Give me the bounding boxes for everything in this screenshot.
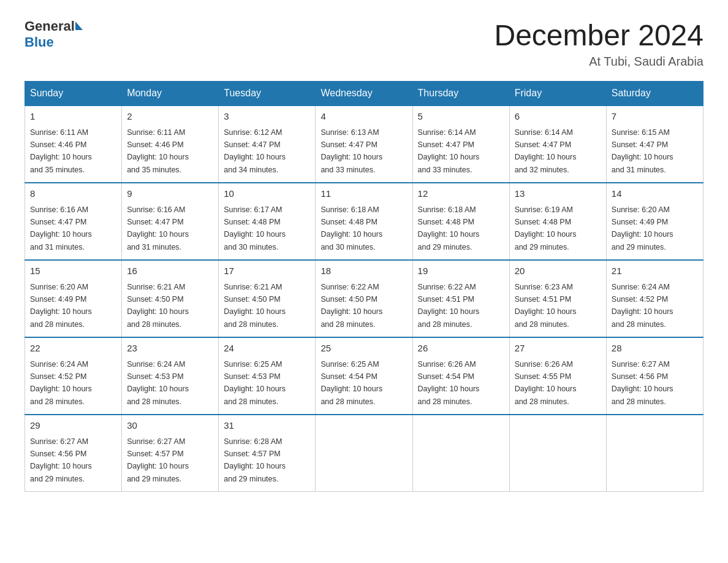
calendar-cell — [606, 415, 703, 492]
day-info: Sunrise: 6:17 AMSunset: 4:48 PMDaylight:… — [224, 205, 286, 251]
weekday-header-sunday: Sunday — [25, 82, 122, 106]
day-info: Sunrise: 6:28 AMSunset: 4:57 PMDaylight:… — [224, 437, 286, 483]
calendar-cell: 4 Sunrise: 6:13 AMSunset: 4:47 PMDayligh… — [316, 105, 412, 183]
logo: General Blue — [25, 18, 83, 50]
calendar-cell: 20 Sunrise: 6:23 AMSunset: 4:51 PMDaylig… — [509, 260, 606, 337]
day-info: Sunrise: 6:20 AMSunset: 4:49 PMDaylight:… — [612, 205, 673, 251]
day-info: Sunrise: 6:24 AMSunset: 4:52 PMDaylight:… — [612, 283, 673, 329]
calendar-cell: 8 Sunrise: 6:16 AMSunset: 4:47 PMDayligh… — [25, 183, 122, 260]
day-info: Sunrise: 6:26 AMSunset: 4:55 PMDaylight:… — [515, 360, 577, 406]
day-number: 31 — [224, 419, 310, 433]
calendar-cell: 5 Sunrise: 6:14 AMSunset: 4:47 PMDayligh… — [412, 105, 509, 183]
logo-blue-text: Blue — [25, 34, 54, 50]
page-header: General Blue December 2024 At Tubi, Saud… — [25, 18, 703, 69]
day-number: 8 — [30, 187, 116, 201]
day-info: Sunrise: 6:27 AMSunset: 4:56 PMDaylight:… — [30, 437, 92, 483]
day-info: Sunrise: 6:25 AMSunset: 4:53 PMDaylight:… — [224, 360, 286, 406]
day-number: 9 — [127, 187, 213, 201]
weekday-header-saturday: Saturday — [606, 82, 703, 106]
day-info: Sunrise: 6:16 AMSunset: 4:47 PMDaylight:… — [127, 205, 189, 251]
day-info: Sunrise: 6:22 AMSunset: 4:51 PMDaylight:… — [418, 283, 480, 329]
day-info: Sunrise: 6:21 AMSunset: 4:50 PMDaylight:… — [127, 283, 189, 329]
calendar-cell: 31 Sunrise: 6:28 AMSunset: 4:57 PMDaylig… — [219, 415, 316, 492]
day-number: 27 — [515, 342, 601, 356]
day-number: 26 — [418, 342, 504, 356]
weekday-header-monday: Monday — [122, 82, 219, 106]
day-number: 15 — [30, 264, 116, 278]
day-info: Sunrise: 6:24 AMSunset: 4:52 PMDaylight:… — [30, 360, 92, 406]
day-info: Sunrise: 6:18 AMSunset: 4:48 PMDaylight:… — [320, 205, 382, 251]
day-number: 16 — [127, 264, 213, 278]
calendar-cell: 15 Sunrise: 6:20 AMSunset: 4:49 PMDaylig… — [25, 260, 122, 337]
week-row-1: 1 Sunrise: 6:11 AMSunset: 4:46 PMDayligh… — [25, 105, 703, 183]
day-number: 17 — [224, 264, 310, 278]
weekday-header-row: SundayMondayTuesdayWednesdayThursdayFrid… — [25, 82, 703, 106]
day-info: Sunrise: 6:27 AMSunset: 4:57 PMDaylight:… — [127, 437, 189, 483]
day-number: 3 — [224, 110, 310, 124]
day-info: Sunrise: 6:14 AMSunset: 4:47 PMDaylight:… — [418, 128, 480, 174]
location-subtitle: At Tubi, Saudi Arabia — [494, 55, 703, 69]
calendar-cell: 24 Sunrise: 6:25 AMSunset: 4:53 PMDaylig… — [219, 337, 316, 415]
calendar-cell: 12 Sunrise: 6:18 AMSunset: 4:48 PMDaylig… — [412, 183, 509, 260]
day-info: Sunrise: 6:27 AMSunset: 4:56 PMDaylight:… — [612, 360, 673, 406]
calendar-cell: 10 Sunrise: 6:17 AMSunset: 4:48 PMDaylig… — [219, 183, 316, 260]
calendar-cell: 17 Sunrise: 6:21 AMSunset: 4:50 PMDaylig… — [219, 260, 316, 337]
calendar-cell: 30 Sunrise: 6:27 AMSunset: 4:57 PMDaylig… — [122, 415, 219, 492]
calendar-cell: 1 Sunrise: 6:11 AMSunset: 4:46 PMDayligh… — [25, 105, 122, 183]
day-number: 30 — [127, 419, 213, 433]
day-number: 12 — [418, 187, 504, 201]
day-info: Sunrise: 6:20 AMSunset: 4:49 PMDaylight:… — [30, 283, 92, 329]
day-info: Sunrise: 6:13 AMSunset: 4:47 PMDaylight:… — [320, 128, 382, 174]
weekday-header-wednesday: Wednesday — [316, 82, 412, 106]
day-number: 23 — [127, 342, 213, 356]
day-number: 2 — [127, 110, 213, 124]
calendar-table: SundayMondayTuesdayWednesdayThursdayFrid… — [25, 81, 703, 492]
day-info: Sunrise: 6:25 AMSunset: 4:54 PMDaylight:… — [320, 360, 382, 406]
day-info: Sunrise: 6:12 AMSunset: 4:47 PMDaylight:… — [224, 128, 286, 174]
calendar-cell: 26 Sunrise: 6:26 AMSunset: 4:54 PMDaylig… — [412, 337, 509, 415]
day-number: 20 — [515, 264, 601, 278]
week-row-2: 8 Sunrise: 6:16 AMSunset: 4:47 PMDayligh… — [25, 183, 703, 260]
logo-general-text: General — [25, 18, 75, 34]
calendar-cell: 22 Sunrise: 6:24 AMSunset: 4:52 PMDaylig… — [25, 337, 122, 415]
day-info: Sunrise: 6:23 AMSunset: 4:51 PMDaylight:… — [515, 283, 577, 329]
day-info: Sunrise: 6:22 AMSunset: 4:50 PMDaylight:… — [320, 283, 382, 329]
day-number: 10 — [224, 187, 310, 201]
weekday-header-thursday: Thursday — [412, 82, 509, 106]
day-number: 13 — [515, 187, 601, 201]
day-info: Sunrise: 6:18 AMSunset: 4:48 PMDaylight:… — [418, 205, 480, 251]
calendar-cell: 9 Sunrise: 6:16 AMSunset: 4:47 PMDayligh… — [122, 183, 219, 260]
day-info: Sunrise: 6:11 AMSunset: 4:46 PMDaylight:… — [30, 128, 92, 174]
day-number: 4 — [320, 110, 407, 124]
calendar-cell — [509, 415, 606, 492]
day-number: 28 — [612, 342, 698, 356]
week-row-5: 29 Sunrise: 6:27 AMSunset: 4:56 PMDaylig… — [25, 415, 703, 492]
calendar-cell: 27 Sunrise: 6:26 AMSunset: 4:55 PMDaylig… — [509, 337, 606, 415]
day-number: 24 — [224, 342, 310, 356]
calendar-cell: 6 Sunrise: 6:14 AMSunset: 4:47 PMDayligh… — [509, 105, 606, 183]
day-number: 21 — [612, 264, 698, 278]
calendar-cell: 13 Sunrise: 6:19 AMSunset: 4:48 PMDaylig… — [509, 183, 606, 260]
day-number: 1 — [30, 110, 116, 124]
month-title: December 2024 — [494, 18, 703, 52]
day-number: 18 — [320, 264, 407, 278]
day-info: Sunrise: 6:11 AMSunset: 4:46 PMDaylight:… — [127, 128, 189, 174]
day-info: Sunrise: 6:15 AMSunset: 4:47 PMDaylight:… — [612, 128, 673, 174]
calendar-cell: 7 Sunrise: 6:15 AMSunset: 4:47 PMDayligh… — [606, 105, 703, 183]
calendar-cell — [412, 415, 509, 492]
week-row-4: 22 Sunrise: 6:24 AMSunset: 4:52 PMDaylig… — [25, 337, 703, 415]
day-number: 5 — [418, 110, 504, 124]
day-number: 29 — [30, 419, 116, 433]
week-row-3: 15 Sunrise: 6:20 AMSunset: 4:49 PMDaylig… — [25, 260, 703, 337]
day-number: 14 — [612, 187, 698, 201]
day-number: 6 — [515, 110, 601, 124]
calendar-cell: 21 Sunrise: 6:24 AMSunset: 4:52 PMDaylig… — [606, 260, 703, 337]
calendar-cell: 18 Sunrise: 6:22 AMSunset: 4:50 PMDaylig… — [316, 260, 412, 337]
day-info: Sunrise: 6:16 AMSunset: 4:47 PMDaylight:… — [30, 205, 92, 251]
calendar-cell: 11 Sunrise: 6:18 AMSunset: 4:48 PMDaylig… — [316, 183, 412, 260]
weekday-header-friday: Friday — [509, 82, 606, 106]
calendar-cell: 28 Sunrise: 6:27 AMSunset: 4:56 PMDaylig… — [606, 337, 703, 415]
title-block: December 2024 At Tubi, Saudi Arabia — [494, 18, 703, 69]
calendar-cell: 29 Sunrise: 6:27 AMSunset: 4:56 PMDaylig… — [25, 415, 122, 492]
calendar-cell: 16 Sunrise: 6:21 AMSunset: 4:50 PMDaylig… — [122, 260, 219, 337]
